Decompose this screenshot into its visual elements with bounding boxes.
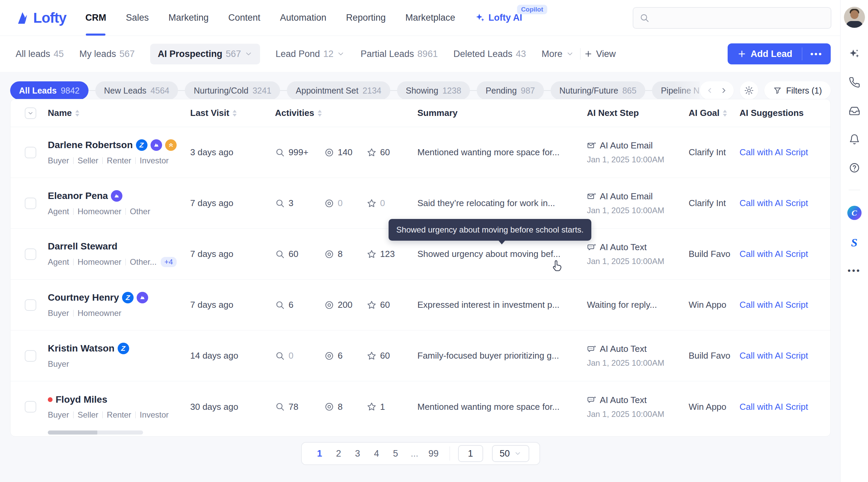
stage-settings-button[interactable] [740, 81, 758, 100]
ai-suggestion-link[interactable]: Call with AI Script [734, 249, 830, 259]
page-number-2[interactable]: 2 [331, 448, 347, 459]
global-search[interactable] [633, 7, 831, 29]
ai-next-step-label: AI Auto Text [600, 344, 647, 354]
lead-tab-ai-prospecting[interactable]: AI Prospecting 567 [150, 44, 260, 64]
row-checkbox[interactable] [25, 198, 36, 209]
summary-cell[interactable]: Family-focused buyer prioritizing g... [412, 350, 582, 361]
stage-pill-nurturing-cold[interactable]: Nurturing/Cold 3241 [185, 81, 280, 100]
ai-suggestion-link[interactable]: Call with AI Script [734, 198, 830, 208]
sidebar-bell-button[interactable] [848, 133, 861, 146]
ai-suggestion-link[interactable]: Call with AI Script [734, 350, 830, 361]
stage-pill-new-leads[interactable]: New Leads 4564 [95, 81, 178, 100]
favorite-activity-count: 60 [380, 147, 390, 158]
sort-control[interactable] [723, 110, 727, 117]
lead-name[interactable]: Darlene Robertson [48, 140, 133, 150]
sort-control[interactable] [318, 110, 322, 117]
nav-item-marketing[interactable]: Marketing [169, 0, 209, 36]
nav-item-marketplace[interactable]: Marketplace [406, 0, 455, 36]
row-checkbox[interactable] [25, 401, 36, 413]
sidebar-help-button[interactable] [848, 161, 861, 174]
row-checkbox[interactable] [25, 147, 36, 158]
favorite-activity: 60 [367, 147, 390, 158]
lofty-logo[interactable]: Lofty [16, 10, 66, 26]
nav-item-sales[interactable]: Sales [126, 0, 149, 36]
page-jump-input[interactable] [458, 445, 483, 462]
nav-item-reporting[interactable]: Reporting [346, 0, 386, 36]
stage-pill-nuturing-future[interactable]: Nuturing/Future 865 [551, 81, 645, 100]
page-number-99[interactable]: 99 [426, 448, 441, 459]
page-number-1[interactable]: 1 [312, 448, 328, 459]
column-header-summary[interactable]: Summary [412, 108, 582, 118]
sort-control[interactable] [233, 110, 237, 117]
lead-tab-lead-pond[interactable]: Lead Pond 12 [276, 49, 345, 59]
nav-item-content[interactable]: Content [228, 0, 260, 36]
user-avatar[interactable] [844, 7, 865, 28]
add-view-button[interactable]: View [584, 49, 616, 59]
sidebar-phone-button[interactable] [848, 76, 861, 89]
lofty-badge [137, 292, 148, 303]
add-lead-more-button[interactable]: ••• [802, 43, 831, 64]
nav-item-crm[interactable]: CRM [85, 0, 106, 36]
lofty-logo-icon [16, 11, 31, 25]
stage-pill-all-leads[interactable]: All Leads 9842 [10, 81, 88, 100]
summary-cell[interactable]: Mentioned wanting more space for... [412, 402, 582, 412]
stage-pill-pending[interactable]: Pending 987 [477, 81, 544, 100]
column-header-name[interactable]: Name [39, 108, 185, 118]
stage-scroll-right-button[interactable] [717, 84, 730, 97]
lead-row-courtney-henry[interactable]: Courtney HenryZ BuyerHomeowner 7 days ag… [11, 280, 830, 330]
lead-name[interactable]: Eleanor Pena [48, 190, 108, 201]
column-label: Name [48, 108, 72, 118]
sidebar-inbox-button[interactable] [848, 104, 861, 117]
sidebar-ai-sparkle-button[interactable] [848, 47, 861, 60]
summary-cell[interactable]: Expressed interest in investment p... [412, 300, 582, 310]
sidebar-s-app-button[interactable]: S [847, 236, 862, 250]
lead-row-kristin-watson[interactable]: Kristin WatsonZ Buyer 14 days ago 0660 F… [11, 330, 830, 381]
page-number-4[interactable]: 4 [369, 448, 384, 459]
lead-row-darlene-robertson[interactable]: Darlene RobertsonZ BuyerSellerRenterInve… [11, 127, 830, 178]
lead-tab-my-leads[interactable]: My leads 567 [79, 49, 135, 59]
page-size-select[interactable]: 50 [492, 445, 529, 462]
column-header-ai-next-step[interactable]: AI Next Step [582, 108, 684, 118]
row-checkbox[interactable] [25, 299, 36, 311]
lead-name[interactable]: Darrell Steward [48, 241, 117, 252]
page-ellipsis: ... [407, 448, 422, 459]
column-header-last-visit[interactable]: Last Visit [185, 108, 270, 118]
summary-cell[interactable]: Mentioned wanting more space for... [412, 147, 582, 158]
stage-pill-showing[interactable]: Showing 1238 [397, 81, 470, 100]
nav-item-automation[interactable]: Automation [280, 0, 327, 36]
row-checkbox[interactable] [25, 350, 36, 362]
sidebar-more-button[interactable]: ••• [848, 265, 861, 276]
lead-row-floyd-miles[interactable]: Floyd Miles BuyerSellerRenterInvestor 30… [11, 381, 830, 432]
row-checkbox[interactable] [25, 248, 36, 260]
stage-scroll-left-button[interactable] [703, 84, 717, 97]
filters-button[interactable]: Filters (1) [764, 81, 831, 100]
select-all-checkbox[interactable] [25, 107, 36, 119]
column-header-ai-suggestions[interactable]: AI Suggestions [734, 108, 830, 118]
column-header-activities[interactable]: Activities [270, 108, 412, 118]
page-number-5[interactable]: 5 [388, 448, 403, 459]
lead-name[interactable]: Kristin Watson [48, 343, 115, 354]
add-lead-button[interactable]: Add Lead [728, 43, 802, 64]
summary-cell[interactable]: Showed urgency about moving bef... [412, 249, 582, 259]
scrollbar-thumb[interactable] [48, 430, 99, 435]
ai-suggestion-link[interactable]: Call with AI Script [734, 402, 830, 412]
sort-control[interactable] [75, 110, 79, 117]
lead-name[interactable]: Floyd Miles [56, 394, 107, 405]
nav-lofty-ai[interactable]: Lofty AI Copilot [475, 0, 522, 36]
lead-tab-more[interactable]: More [541, 49, 574, 59]
sidebar-c-app-button[interactable]: C [847, 206, 862, 220]
stage-pill-appointment-set[interactable]: Appointment Set 2134 [287, 81, 390, 100]
lead-tab-deleted-leads[interactable]: Deleted Leads 43 [453, 49, 526, 59]
lead-name[interactable]: Courtney Henry [48, 292, 119, 303]
summary-cell[interactable]: Said they’re relocating for work in... [412, 198, 582, 208]
ai-suggestion-link[interactable]: Call with AI Script [734, 147, 830, 158]
search-input[interactable] [654, 13, 825, 23]
ai-suggestion-link[interactable]: Call with AI Script [734, 300, 830, 310]
page-number-3[interactable]: 3 [350, 448, 366, 459]
stage-pill-pipeline-name[interactable]: Pipeline Name [652, 81, 700, 100]
lead-tab-all-leads[interactable]: All leads 45 [16, 49, 64, 59]
more-tags-pill[interactable]: +4 [161, 257, 177, 267]
lead-tab-partial-leads[interactable]: Partial Leads 8961 [360, 49, 438, 59]
horizontal-scrollbar[interactable] [48, 430, 143, 435]
column-header-ai-goal[interactable]: AI Goal [684, 108, 734, 118]
